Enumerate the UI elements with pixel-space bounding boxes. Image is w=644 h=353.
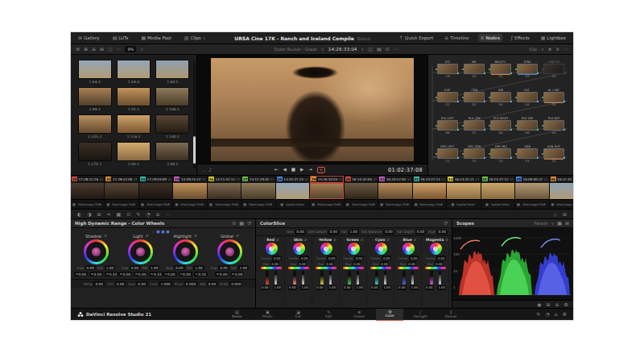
sat-value[interactable]: 1.00 <box>149 265 160 270</box>
global-control-value[interactable]: 0.000 <box>229 281 242 286</box>
colorslice-field-value[interactable]: 1.00 <box>349 230 360 235</box>
timeline-clip[interactable]: 35 16:09:00:22 V1 ▦ Blackmagic RAW <box>515 176 549 209</box>
abl-value[interactable]: 0.00 <box>79 272 87 276</box>
titlebar-button[interactable]: ▥ Clips ∨ <box>182 34 208 42</box>
global-control-value[interactable]: 0.00 <box>93 281 105 286</box>
slice-hue-wheel[interactable] <box>430 243 442 255</box>
slice-reset-icon[interactable]: ↺ <box>414 239 416 242</box>
grade-node[interactable]: XTRA 22 <box>516 60 539 88</box>
transport-button[interactable]: ■ <box>291 167 295 173</box>
slice-sat-slider[interactable] <box>302 271 305 284</box>
toolbar-icon[interactable]: ⊘ <box>76 47 80 52</box>
gallery-still[interactable]: 1.64.4 <box>116 60 151 84</box>
slice-density-slider[interactable] <box>430 271 433 284</box>
palette-icon[interactable]: ▦ <box>117 212 122 217</box>
timeline-clip[interactable]: 32 16:23:37:13 V1 ▦ Blackmagic RAW <box>413 176 447 209</box>
slice-hue-value[interactable]: 0.00 <box>298 261 307 266</box>
slice-hue-value[interactable]: 0.00 <box>270 261 279 266</box>
wheel-pagination[interactable]: ‹ ● ● ● › <box>71 228 255 234</box>
color-wheel[interactable] <box>84 239 109 264</box>
slice-reset-icon[interactable]: ↺ <box>304 239 307 242</box>
grade-node[interactable]: IDT 19 <box>436 60 459 88</box>
timeline-clip[interactable]: 34 16:24:37:12 V1 ▦ Spatial Video <box>481 176 515 209</box>
page-tab[interactable]: ♪ Fairlight <box>407 309 434 321</box>
abl-value[interactable]: 0.20 <box>198 272 206 276</box>
slice-density-slider[interactable] <box>320 271 324 284</box>
global-control-value[interactable]: 1.000 <box>159 281 171 286</box>
palette-icon[interactable]: ≈ <box>107 212 111 217</box>
colorslice-field-value[interactable]: 0.00 <box>436 230 448 235</box>
slice-density-slider[interactable] <box>402 271 406 284</box>
page-right-icon[interactable]: › <box>172 229 174 234</box>
gallery-still[interactable]: 1.105.2 <box>77 114 112 139</box>
palette-icon[interactable]: ◑ <box>87 212 91 217</box>
slice-sat-value[interactable]: 1.00 <box>355 285 364 290</box>
footer-icon[interactable]: ◔ <box>546 312 550 317</box>
toolbar-icon[interactable]: ⊕ <box>84 47 88 52</box>
slice-sat-slider[interactable] <box>439 271 442 284</box>
slice-hue-value[interactable]: 0.00 <box>380 261 389 266</box>
scopes-footer-icon[interactable]: ≡ <box>555 302 559 307</box>
global-control-value[interactable]: 0.000 <box>184 281 197 286</box>
sat-value[interactable]: 1.00 <box>237 265 249 270</box>
gallery-still[interactable]: 1.95.1 <box>116 87 151 111</box>
slice-hue-wheel[interactable] <box>293 243 305 255</box>
slice-density-value[interactable]: 0.00 <box>288 285 297 290</box>
slice-sat-value[interactable]: 1.00 <box>273 285 282 290</box>
slice-hue-value[interactable]: 0.00 <box>353 261 361 266</box>
slice-hue-strip[interactable] <box>288 267 309 269</box>
toolbar-icon[interactable]: ⊞ <box>100 47 104 52</box>
slice-expand-icon[interactable]: › <box>291 238 292 242</box>
wheel-reset-icon[interactable]: ↺ <box>104 235 107 239</box>
toolbar-icon[interactable]: ◫ <box>368 47 373 52</box>
exp-value[interactable]: 0.00 <box>174 265 185 270</box>
slice-sat-slider[interactable] <box>411 271 415 284</box>
grade-node[interactable]: VGN OUT 15 <box>543 144 565 172</box>
transport-button[interactable]: ⇤ <box>275 167 279 173</box>
global-control-value[interactable]: 0.00 <box>136 281 147 286</box>
colorslice-field-value[interactable]: 0.00 <box>415 230 427 235</box>
scopes-footer-icon[interactable]: ⚙ <box>564 302 568 307</box>
grade-node[interactable]: PLG BOT 10 <box>543 116 565 144</box>
footer-icon[interactable]: ⚙ <box>563 312 567 317</box>
gallery-still[interactable]: 1.170.1 <box>77 142 112 166</box>
gallery-still[interactable]: 1.64.5 <box>155 60 190 84</box>
slice-hue-value[interactable]: 0.00 <box>325 261 334 266</box>
slice-center-value[interactable]: 0.00 <box>436 255 445 260</box>
page-tab[interactable]: ⊛ Fusion <box>345 309 373 321</box>
grade-node[interactable]: SAT 04 <box>516 88 539 116</box>
slice-hue-strip[interactable] <box>343 267 364 269</box>
slice-density-value[interactable]: 0.00 <box>425 285 434 290</box>
grade-node[interactable]: CIRC LEFT 11 <box>436 144 459 172</box>
toolbar-icon[interactable]: ▤ <box>377 47 382 52</box>
palette-icon[interactable]: ✎ <box>136 212 140 217</box>
loop-playback-button[interactable]: ↻ <box>317 167 325 173</box>
slice-hue-strip[interactable] <box>425 267 446 269</box>
viewer-options-menu[interactable]: ⌄ <box>202 168 205 172</box>
palette-icon[interactable]: ◐ <box>77 212 81 217</box>
parade-scope[interactable]: 1000 100 10 1 <box>452 228 573 300</box>
slice-density-slider[interactable] <box>266 271 269 284</box>
slice-density-slider[interactable] <box>348 271 351 284</box>
wheel-reset-icon[interactable]: ↺ <box>194 235 197 239</box>
titlebar-button[interactable]: ⊞ Gallery <box>76 34 104 42</box>
grade-node[interactable]: PLG CEN 07 <box>463 116 485 144</box>
slice-hue-value[interactable]: 0.00 <box>407 261 416 266</box>
color-wheel[interactable] <box>173 239 198 264</box>
slice-center-value[interactable]: 0.00 <box>354 255 363 260</box>
page-tab[interactable]: ✎ Edit <box>315 309 342 321</box>
abl-value[interactable]: 0.00 <box>220 272 228 276</box>
slice-sat-slider[interactable] <box>357 271 360 284</box>
timeline-clip[interactable]: 25 14:49:24:22 V1 ▦ Blackmagic RAW <box>173 176 207 209</box>
slice-reset-icon[interactable]: ↺ <box>445 239 448 242</box>
slice-sat-slider[interactable] <box>329 271 332 284</box>
grade-node[interactable]: WB 03 <box>489 88 512 116</box>
grade-node[interactable]: PLG LEFT 06 <box>436 116 459 144</box>
toolbar-icon[interactable]: ⊙ <box>386 47 390 52</box>
slice-sat-value[interactable]: 1.00 <box>437 285 446 290</box>
page-tab[interactable]: ▤ Media <box>223 309 250 321</box>
slice-density-value[interactable]: 0.00 <box>316 285 324 290</box>
colorslice-field-value[interactable]: 0.00 <box>328 230 339 235</box>
grade-node[interactable]: PLG RIGHT 08 <box>489 116 512 144</box>
slice-density-value[interactable]: 0.00 <box>343 285 352 290</box>
